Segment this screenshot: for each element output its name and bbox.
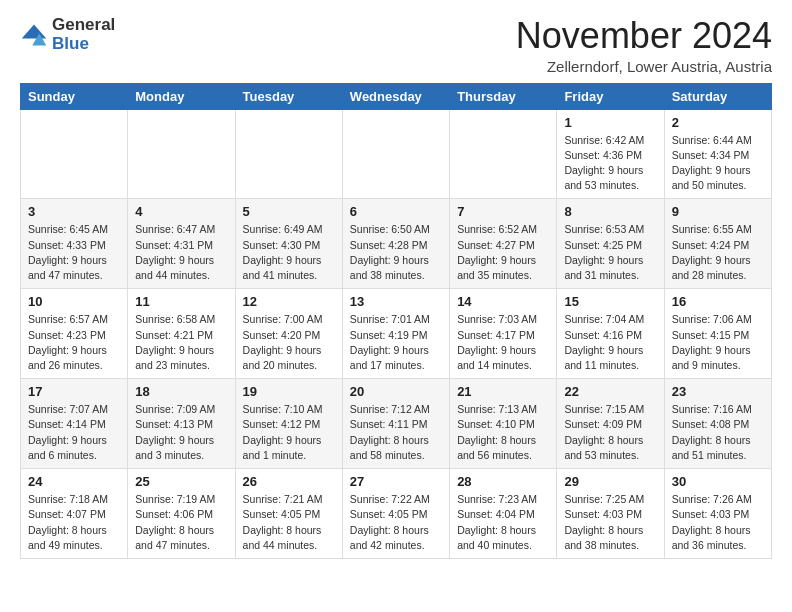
calendar-cell-w5-d5: 29Sunrise: 7:25 AM Sunset: 4:03 PM Dayli… [557,469,664,559]
calendar-cell-w3-d3: 13Sunrise: 7:01 AM Sunset: 4:19 PM Dayli… [342,289,449,379]
day-info: Sunrise: 7:18 AM Sunset: 4:07 PM Dayligh… [28,492,120,553]
day-number: 20 [350,384,442,399]
header-thursday: Thursday [450,83,557,109]
day-info: Sunrise: 7:00 AM Sunset: 4:20 PM Dayligh… [243,312,335,373]
day-number: 30 [672,474,764,489]
day-number: 27 [350,474,442,489]
calendar-cell-w3-d2: 12Sunrise: 7:00 AM Sunset: 4:20 PM Dayli… [235,289,342,379]
calendar-cell-w2-d2: 5Sunrise: 6:49 AM Sunset: 4:30 PM Daylig… [235,199,342,289]
day-info: Sunrise: 6:53 AM Sunset: 4:25 PM Dayligh… [564,222,656,283]
calendar-week-5: 24Sunrise: 7:18 AM Sunset: 4:07 PM Dayli… [21,469,772,559]
day-info: Sunrise: 7:26 AM Sunset: 4:03 PM Dayligh… [672,492,764,553]
day-info: Sunrise: 6:50 AM Sunset: 4:28 PM Dayligh… [350,222,442,283]
location-title: Zellerndorf, Lower Austria, Austria [516,58,772,75]
calendar-cell-w4-d0: 17Sunrise: 7:07 AM Sunset: 4:14 PM Dayli… [21,379,128,469]
calendar-cell-w3-d1: 11Sunrise: 6:58 AM Sunset: 4:21 PM Dayli… [128,289,235,379]
header-tuesday: Tuesday [235,83,342,109]
day-info: Sunrise: 6:47 AM Sunset: 4:31 PM Dayligh… [135,222,227,283]
day-number: 5 [243,204,335,219]
calendar-cell-w1-d4 [450,109,557,199]
day-number: 4 [135,204,227,219]
day-info: Sunrise: 7:09 AM Sunset: 4:13 PM Dayligh… [135,402,227,463]
calendar-cell-w3-d5: 15Sunrise: 7:04 AM Sunset: 4:16 PM Dayli… [557,289,664,379]
day-info: Sunrise: 7:22 AM Sunset: 4:05 PM Dayligh… [350,492,442,553]
day-info: Sunrise: 6:42 AM Sunset: 4:36 PM Dayligh… [564,133,656,194]
day-info: Sunrise: 7:06 AM Sunset: 4:15 PM Dayligh… [672,312,764,373]
day-info: Sunrise: 7:15 AM Sunset: 4:09 PM Dayligh… [564,402,656,463]
calendar-cell-w4-d4: 21Sunrise: 7:13 AM Sunset: 4:10 PM Dayli… [450,379,557,469]
day-info: Sunrise: 6:58 AM Sunset: 4:21 PM Dayligh… [135,312,227,373]
header-saturday: Saturday [664,83,771,109]
weekday-header-row: Sunday Monday Tuesday Wednesday Thursday… [21,83,772,109]
day-info: Sunrise: 7:03 AM Sunset: 4:17 PM Dayligh… [457,312,549,373]
calendar-cell-w4-d6: 23Sunrise: 7:16 AM Sunset: 4:08 PM Dayli… [664,379,771,469]
calendar-week-1: 1Sunrise: 6:42 AM Sunset: 4:36 PM Daylig… [21,109,772,199]
calendar-cell-w5-d2: 26Sunrise: 7:21 AM Sunset: 4:05 PM Dayli… [235,469,342,559]
header-wednesday: Wednesday [342,83,449,109]
svg-marker-0 [22,24,47,38]
day-number: 22 [564,384,656,399]
calendar-cell-w2-d1: 4Sunrise: 6:47 AM Sunset: 4:31 PM Daylig… [128,199,235,289]
calendar-cell-w1-d6: 2Sunrise: 6:44 AM Sunset: 4:34 PM Daylig… [664,109,771,199]
day-number: 28 [457,474,549,489]
day-info: Sunrise: 7:07 AM Sunset: 4:14 PM Dayligh… [28,402,120,463]
day-number: 3 [28,204,120,219]
day-number: 7 [457,204,549,219]
day-number: 12 [243,294,335,309]
calendar-cell-w3-d6: 16Sunrise: 7:06 AM Sunset: 4:15 PM Dayli… [664,289,771,379]
day-info: Sunrise: 7:13 AM Sunset: 4:10 PM Dayligh… [457,402,549,463]
calendar-cell-w4-d2: 19Sunrise: 7:10 AM Sunset: 4:12 PM Dayli… [235,379,342,469]
title-block: November 2024 Zellerndorf, Lower Austria… [516,16,772,75]
calendar-cell-w2-d5: 8Sunrise: 6:53 AM Sunset: 4:25 PM Daylig… [557,199,664,289]
calendar-cell-w3-d4: 14Sunrise: 7:03 AM Sunset: 4:17 PM Dayli… [450,289,557,379]
day-number: 6 [350,204,442,219]
logo-general-text: General [52,16,115,35]
day-number: 2 [672,115,764,130]
day-info: Sunrise: 6:45 AM Sunset: 4:33 PM Dayligh… [28,222,120,283]
calendar-cell-w3-d0: 10Sunrise: 6:57 AM Sunset: 4:23 PM Dayli… [21,289,128,379]
calendar-cell-w1-d2 [235,109,342,199]
day-number: 1 [564,115,656,130]
calendar-week-3: 10Sunrise: 6:57 AM Sunset: 4:23 PM Dayli… [21,289,772,379]
day-info: Sunrise: 7:25 AM Sunset: 4:03 PM Dayligh… [564,492,656,553]
day-number: 24 [28,474,120,489]
calendar-cell-w1-d1 [128,109,235,199]
calendar-cell-w4-d5: 22Sunrise: 7:15 AM Sunset: 4:09 PM Dayli… [557,379,664,469]
calendar-cell-w2-d4: 7Sunrise: 6:52 AM Sunset: 4:27 PM Daylig… [450,199,557,289]
calendar-cell-w2-d0: 3Sunrise: 6:45 AM Sunset: 4:33 PM Daylig… [21,199,128,289]
day-number: 18 [135,384,227,399]
calendar-cell-w4-d1: 18Sunrise: 7:09 AM Sunset: 4:13 PM Dayli… [128,379,235,469]
day-info: Sunrise: 6:52 AM Sunset: 4:27 PM Dayligh… [457,222,549,283]
day-number: 13 [350,294,442,309]
logo-blue-text: Blue [52,35,115,54]
calendar-cell-w2-d3: 6Sunrise: 6:50 AM Sunset: 4:28 PM Daylig… [342,199,449,289]
day-info: Sunrise: 6:57 AM Sunset: 4:23 PM Dayligh… [28,312,120,373]
day-number: 16 [672,294,764,309]
header-monday: Monday [128,83,235,109]
day-number: 10 [28,294,120,309]
day-info: Sunrise: 7:12 AM Sunset: 4:11 PM Dayligh… [350,402,442,463]
calendar-cell-w1-d3 [342,109,449,199]
calendar-cell-w5-d1: 25Sunrise: 7:19 AM Sunset: 4:06 PM Dayli… [128,469,235,559]
calendar-cell-w1-d5: 1Sunrise: 6:42 AM Sunset: 4:36 PM Daylig… [557,109,664,199]
page: General Blue November 2024 Zellerndorf, … [0,0,792,575]
calendar-cell-w4-d3: 20Sunrise: 7:12 AM Sunset: 4:11 PM Dayli… [342,379,449,469]
day-number: 23 [672,384,764,399]
day-info: Sunrise: 7:04 AM Sunset: 4:16 PM Dayligh… [564,312,656,373]
day-number: 8 [564,204,656,219]
header: General Blue November 2024 Zellerndorf, … [20,16,772,75]
day-info: Sunrise: 7:16 AM Sunset: 4:08 PM Dayligh… [672,402,764,463]
logo-icon [20,21,48,49]
day-info: Sunrise: 6:49 AM Sunset: 4:30 PM Dayligh… [243,222,335,283]
day-info: Sunrise: 7:01 AM Sunset: 4:19 PM Dayligh… [350,312,442,373]
calendar-cell-w5-d0: 24Sunrise: 7:18 AM Sunset: 4:07 PM Dayli… [21,469,128,559]
header-friday: Friday [557,83,664,109]
calendar-cell-w5-d3: 27Sunrise: 7:22 AM Sunset: 4:05 PM Dayli… [342,469,449,559]
calendar-cell-w5-d4: 28Sunrise: 7:23 AM Sunset: 4:04 PM Dayli… [450,469,557,559]
day-info: Sunrise: 6:44 AM Sunset: 4:34 PM Dayligh… [672,133,764,194]
calendar-week-2: 3Sunrise: 6:45 AM Sunset: 4:33 PM Daylig… [21,199,772,289]
day-info: Sunrise: 7:19 AM Sunset: 4:06 PM Dayligh… [135,492,227,553]
day-number: 21 [457,384,549,399]
logo: General Blue [20,16,115,53]
header-sunday: Sunday [21,83,128,109]
